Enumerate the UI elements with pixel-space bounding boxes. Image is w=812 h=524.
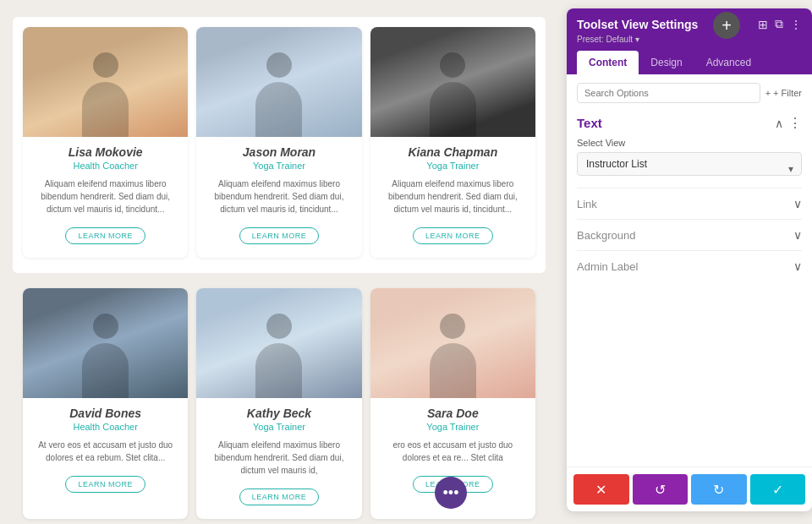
learn-more-button[interactable]: LEARN MORE: [65, 227, 145, 244]
instructor-bio: ero eos et accusam et justo duo dolores …: [379, 439, 527, 464]
silhouette-head: [440, 314, 465, 339]
person-silhouette: [423, 52, 482, 137]
floating-dots-button[interactable]: •••: [435, 477, 467, 509]
instructor-card: Lisa Mokovie Health Coacher Aliquam elei…: [23, 27, 188, 258]
plus-icon: +: [721, 17, 732, 34]
instructor-bio: At vero eos et accusam et justo duo dolo…: [31, 439, 179, 464]
instructor-name: Sara Doe: [377, 407, 529, 420]
admin-label-chevron-icon: ∨: [793, 259, 802, 273]
instructor-card: Jason Moran Yoga Trainer Aliquam eleifen…: [196, 27, 361, 258]
search-filter-row: + + Filter: [577, 83, 802, 103]
panel-preset: Preset: Default ▾: [577, 35, 802, 44]
top-instructor-grid: Lisa Mokovie Health Coacher Aliquam elei…: [23, 27, 535, 258]
instructor-card: Kathy Beck Yoga Trainer Aliquam eleifend…: [196, 288, 361, 519]
instructor-role: Yoga Trainer: [196, 422, 361, 432]
text-section-toggle: ∧ ⋮: [775, 115, 802, 131]
silhouette-head: [266, 52, 292, 78]
silhouette-head: [93, 314, 118, 339]
instructor-role: Health Coacher: [23, 161, 188, 171]
silhouette-head: [266, 314, 292, 339]
filter-icon: +: [765, 88, 771, 98]
card-photo: [370, 288, 535, 398]
panel-header-icons: ⊞ ⧉ ⋮: [758, 17, 802, 31]
text-options-icon[interactable]: ⋮: [788, 115, 802, 131]
silhouette-body: [82, 343, 129, 398]
background-section-label: Background: [577, 229, 635, 242]
card-photo: [196, 27, 361, 137]
silhouette-body: [82, 82, 129, 137]
silhouette-body: [255, 82, 302, 137]
learn-more-button[interactable]: LEARN MORE: [413, 227, 493, 244]
instructor-name: Jason Moran: [203, 145, 354, 159]
card-photo: [370, 27, 535, 137]
card-photo: [23, 288, 188, 398]
text-section-header: Text ∧ ⋮: [577, 115, 802, 131]
card-photo: [23, 27, 188, 137]
background-chevron-icon: ∨: [793, 228, 802, 242]
select-view-dropdown[interactable]: Instructor ListStudent ListAll Users: [577, 152, 802, 176]
toolset-settings-panel: Toolset View Settings ⊞ ⧉ ⋮ Preset: Defa…: [567, 8, 812, 511]
instructor-name: David Bones: [30, 407, 181, 420]
silhouette-body: [255, 343, 302, 398]
instructor-name: Lisa Mokovie: [30, 145, 181, 159]
admin-label-section-row[interactable]: Admin Label ∨: [577, 250, 802, 281]
learn-more-button[interactable]: LEARN MORE: [239, 489, 320, 505]
link-section-row[interactable]: Link ∨: [577, 188, 802, 219]
undo-button[interactable]: ↺: [633, 474, 689, 505]
select-view-wrapper: Instructor ListStudent ListAll Users ▾: [577, 152, 802, 188]
learn-more-button[interactable]: LEARN MORE: [239, 227, 320, 244]
panel-header-top: Toolset View Settings ⊞ ⧉ ⋮: [577, 17, 802, 31]
link-chevron-icon: ∨: [793, 197, 802, 210]
tab-design[interactable]: Design: [639, 51, 694, 74]
instructor-role: Yoga Trainer: [196, 161, 361, 171]
grid-icon[interactable]: ⊞: [758, 18, 768, 31]
instructor-card: Kiana Chapman Yoga Trainer Aliquam eleif…: [370, 27, 535, 258]
card-photo: [196, 288, 361, 398]
learn-more-button[interactable]: LEARN MORE: [65, 476, 145, 493]
instructor-bio: Aliquam eleifend maximus libero bibendum…: [205, 177, 353, 216]
person-silhouette: [76, 52, 135, 137]
instructor-name: Kiana Chapman: [377, 145, 529, 159]
panel-title: Toolset View Settings: [577, 18, 698, 31]
panel-footer: ✕↺↻✓: [567, 467, 812, 511]
select-view-label: Select View: [577, 138, 802, 148]
instructor-role: Yoga Trainer: [370, 422, 535, 432]
person-silhouette: [76, 314, 135, 398]
chevron-up-icon[interactable]: ∧: [775, 117, 783, 130]
silhouette-body: [430, 343, 476, 398]
add-button[interactable]: +: [713, 12, 740, 39]
more-icon[interactable]: ⋮: [790, 18, 802, 31]
silhouette-body: [430, 82, 476, 137]
top-instructors-section: Lisa Mokovie Health Coacher Aliquam elei…: [13, 17, 546, 273]
admin-label-section-label: Admin Label: [577, 260, 638, 273]
panel-header: Toolset View Settings ⊞ ⧉ ⋮ Preset: Defa…: [567, 8, 812, 74]
copy-icon[interactable]: ⧉: [775, 17, 783, 31]
instructor-role: Health Coacher: [23, 422, 188, 432]
instructor-bio: Aliquam eleifend maximus libero bibendum…: [205, 439, 353, 477]
instructor-card: David Bones Health Coacher At vero eos e…: [23, 288, 188, 519]
person-silhouette: [250, 314, 309, 398]
tab-advanced[interactable]: Advanced: [694, 51, 763, 74]
link-section-label: Link: [577, 198, 597, 210]
instructor-bio: Aliquam eleifend maximus libero bibendum…: [31, 177, 179, 216]
redo-button[interactable]: ↻: [691, 474, 747, 505]
background-section-row[interactable]: Background ∨: [577, 219, 802, 250]
panel-tabs: ContentDesignAdvanced: [577, 51, 802, 74]
confirm-button[interactable]: ✓: [750, 474, 806, 505]
tab-content[interactable]: Content: [577, 51, 639, 74]
instructor-role: Yoga Trainer: [370, 161, 535, 171]
instructor-name: Kathy Beck: [203, 407, 354, 420]
text-section-title: Text: [577, 116, 602, 130]
main-content: Lisa Mokovie Health Coacher Aliquam elei…: [0, 0, 558, 524]
dots-icon: •••: [443, 484, 459, 502]
panel-body: + + Filter Text ∧ ⋮ Select View Instruct…: [567, 74, 812, 467]
search-input[interactable]: [577, 83, 760, 103]
silhouette-head: [440, 52, 465, 78]
person-silhouette: [250, 52, 309, 137]
filter-button[interactable]: + + Filter: [765, 88, 802, 98]
silhouette-head: [93, 52, 118, 78]
instructor-bio: Aliquam eleifend maximus libero bibendum…: [379, 177, 527, 216]
person-silhouette: [423, 314, 482, 398]
cancel-button[interactable]: ✕: [573, 474, 629, 505]
